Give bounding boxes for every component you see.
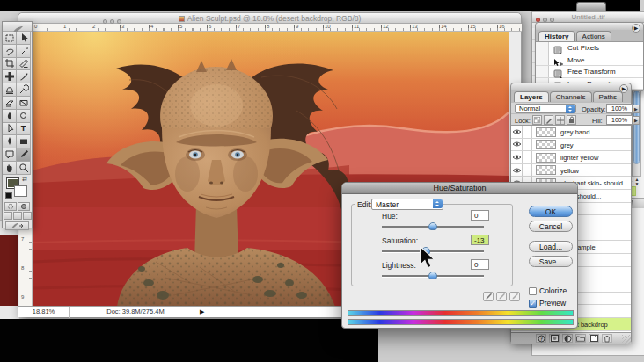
colorize-option[interactable]: ✓ Colorize: [529, 286, 567, 295]
layer-visibility-toggle[interactable]: [511, 164, 523, 177]
tool-lasso-button[interactable]: [3, 45, 17, 58]
swap-colors-icon[interactable]: ⇄: [22, 176, 27, 183]
tool-history-brush-button[interactable]: [17, 83, 31, 97]
slider-value-field[interactable]: -13: [471, 235, 489, 245]
history-item[interactable]: Move: [536, 54, 643, 67]
status-menu-arrow[interactable]: ▶: [200, 307, 204, 317]
layer-link-cell[interactable]: [523, 139, 532, 151]
layer-row[interactable]: yellow: [511, 164, 631, 177]
tool-type-button[interactable]: T: [17, 123, 31, 136]
tool-zoom-button[interactable]: [17, 162, 31, 175]
history-panel-tab[interactable]: History: [538, 31, 575, 41]
lock-transparency-icon[interactable]: [532, 115, 542, 125]
dialog-button[interactable]: Cancel: [529, 221, 573, 232]
zoom-level-field[interactable]: 18.81%: [18, 307, 70, 318]
tool-magic-wand-button[interactable]: [17, 45, 31, 58]
slider-value-field[interactable]: 0: [471, 210, 489, 221]
fill-field[interactable]: 100%▶: [606, 115, 633, 125]
default-colors-icon[interactable]: [5, 192, 12, 199]
tool-notes-button[interactable]: [3, 148, 17, 162]
dialog-button[interactable]: Load...: [529, 241, 573, 252]
fullscreen-button[interactable]: [23, 212, 32, 220]
history-snapshot-cell[interactable]: [536, 66, 549, 77]
dialog-button[interactable]: Save...: [529, 256, 573, 267]
layer-link-cell[interactable]: [523, 151, 532, 163]
eyedropper-sample-button[interactable]: [483, 292, 494, 301]
palette-well-tab[interactable]: [576, 2, 606, 11]
tool-shape-button[interactable]: [17, 135, 31, 148]
layers-panel-tab[interactable]: Layers: [514, 91, 549, 102]
tool-eraser-button[interactable]: [3, 97, 17, 110]
lock-all-icon[interactable]: [567, 115, 576, 125]
history-snapshot-cell[interactable]: [536, 42, 549, 54]
layers-panel-titlebar[interactable]: [511, 83, 631, 90]
lock-pixels-icon[interactable]: [544, 115, 553, 125]
new-layer-icon[interactable]: [589, 334, 599, 343]
jump-to-imageready-button[interactable]: [5, 221, 29, 230]
dialog-button[interactable]: OK: [529, 206, 573, 217]
tool-blur-button[interactable]: [3, 110, 17, 123]
blend-mode-select[interactable]: Normal: [515, 104, 576, 113]
tool-slice-button[interactable]: [17, 58, 31, 71]
tool-move-button[interactable]: [17, 32, 31, 45]
history-item[interactable]: Cut Pixels: [536, 42, 643, 54]
fullscreen-menubar-button[interactable]: [13, 212, 22, 220]
layer-visibility-toggle[interactable]: [511, 126, 523, 138]
tool-crop-button[interactable]: [3, 58, 17, 71]
layer-link-cell[interactable]: [523, 164, 532, 177]
slider-knob[interactable]: [428, 222, 437, 230]
colorize-checkbox[interactable]: ✓: [529, 287, 537, 295]
edit-select[interactable]: Master: [371, 199, 443, 210]
layers-panel-tab[interactable]: Channels: [550, 91, 592, 102]
tool-gradient-button[interactable]: [17, 97, 31, 110]
slider-track[interactable]: [382, 226, 484, 228]
slider-track[interactable]: [382, 275, 484, 278]
standard-mode-button[interactable]: [4, 202, 17, 211]
history-panel-menu-button[interactable]: ▶: [632, 24, 640, 33]
layer-link-cell[interactable]: [523, 126, 532, 138]
eyedropper-add-button[interactable]: [496, 292, 507, 301]
layer-row[interactable]: lighter yellow: [511, 151, 631, 164]
quick-mask-button[interactable]: [18, 202, 30, 211]
tool-dodge-button[interactable]: [17, 110, 31, 123]
history-panel-titlebar[interactable]: [536, 23, 643, 30]
tool-healing-brush-button[interactable]: [3, 70, 17, 83]
layer-style-icon[interactable]: ƒ: [536, 334, 546, 343]
history-panel-tab[interactable]: Actions: [576, 31, 611, 41]
fill-slider-arrow[interactable]: ▶: [633, 116, 640, 125]
tool-hand-button[interactable]: [3, 162, 17, 175]
layer-visibility-toggle[interactable]: [511, 139, 523, 151]
layer-thumbnail[interactable]: [536, 140, 556, 149]
background-color-swatch[interactable]: [14, 185, 27, 197]
layer-thumbnail[interactable]: [536, 127, 556, 137]
delete-layer-icon[interactable]: [602, 334, 612, 343]
scrollbar-thumb[interactable]: [633, 90, 640, 164]
tool-brush-button[interactable]: [17, 70, 31, 83]
preview-option[interactable]: ✓ Preview: [529, 299, 566, 308]
layer-thumbnail[interactable]: [536, 153, 556, 163]
layer-group-icon[interactable]: [575, 334, 586, 343]
lock-position-icon[interactable]: [555, 115, 565, 125]
tool-clone-stamp-button[interactable]: [3, 83, 17, 97]
layer-visibility-toggle[interactable]: [511, 151, 523, 163]
scroll-arrows[interactable]: ▲▼: [633, 177, 641, 186]
tool-eyedropper-button[interactable]: [17, 148, 31, 162]
slider-value-field[interactable]: 0: [471, 259, 489, 270]
layer-thumbnail[interactable]: [536, 165, 556, 175]
tool-pen-button[interactable]: [3, 135, 17, 148]
layers-panel-menu-button[interactable]: ▶: [619, 84, 628, 93]
standard-screen-button[interactable]: [4, 212, 12, 220]
eyedropper-subtract-button[interactable]: [509, 292, 520, 301]
layer-row[interactable]: grey: [511, 139, 631, 152]
layer-row[interactable]: grey hand: [511, 126, 631, 139]
tool-rect-marquee-button[interactable]: [3, 32, 17, 45]
history-snapshot-cell[interactable]: [536, 54, 549, 66]
background-scrollbar[interactable]: [632, 89, 641, 177]
opacity-field[interactable]: 100%▶: [606, 104, 633, 113]
adjustment-layer-icon[interactable]: [562, 334, 573, 343]
history-item[interactable]: Free Transform: [536, 66, 643, 78]
color-swatches[interactable]: ⇄: [3, 175, 32, 201]
preview-checkbox[interactable]: ✓: [529, 300, 537, 308]
layers-panel-tab[interactable]: Paths: [593, 91, 623, 102]
toolbox-logo[interactable]: [3, 22, 32, 32]
